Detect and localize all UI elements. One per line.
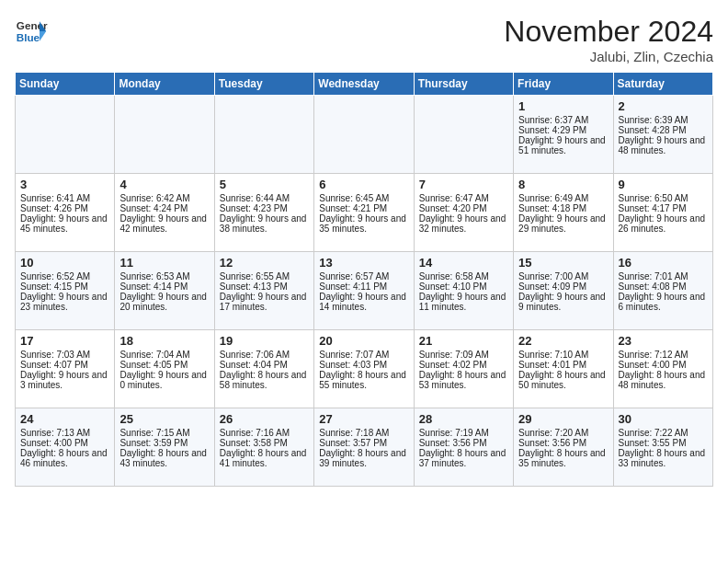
calendar-cell: 22Sunrise: 7:10 AMSunset: 4:01 PMDayligh… [514, 330, 613, 408]
day-number: 21 [419, 334, 508, 348]
day-number: 29 [518, 412, 608, 426]
calendar-cell: 25Sunrise: 7:15 AMSunset: 3:59 PMDayligh… [115, 408, 214, 487]
day-info: Daylight: 9 hours and 51 minutes. [518, 135, 608, 155]
page-header: General Blue November 2024 Jalubi, Zlin,… [15, 15, 713, 64]
day-info: Sunrise: 7:16 AM [220, 428, 309, 438]
calendar-week-row: 17Sunrise: 7:03 AMSunset: 4:07 PMDayligh… [16, 330, 713, 408]
day-info: Sunrise: 7:15 AM [119, 428, 209, 438]
day-info: Sunrise: 6:58 AM [419, 271, 508, 282]
calendar-week-row: 3Sunrise: 6:41 AMSunset: 4:26 PMDaylight… [16, 174, 713, 252]
day-info: Sunset: 4:08 PM [619, 282, 708, 292]
day-number: 15 [518, 256, 608, 270]
calendar-cell: 24Sunrise: 7:13 AMSunset: 4:00 PMDayligh… [16, 408, 115, 487]
day-number: 6 [319, 178, 408, 191]
calendar-cell: 8Sunrise: 6:49 AMSunset: 4:18 PMDaylight… [514, 174, 613, 252]
svg-marker-3 [40, 31, 46, 41]
day-info: Sunrise: 7:13 AM [20, 428, 109, 438]
day-info: Daylight: 9 hours and 17 minutes. [220, 292, 309, 312]
day-info: Daylight: 9 hours and 48 minutes. [619, 135, 708, 155]
day-info: Sunrise: 6:41 AM [20, 193, 109, 203]
day-info: Daylight: 9 hours and 23 minutes. [20, 292, 109, 312]
calendar-cell: 10Sunrise: 6:52 AMSunset: 4:15 PMDayligh… [16, 252, 115, 330]
day-info: Sunrise: 7:00 AM [518, 271, 608, 282]
day-number: 24 [20, 412, 109, 426]
calendar-cell: 3Sunrise: 6:41 AMSunset: 4:26 PMDaylight… [16, 174, 115, 252]
day-info: Daylight: 9 hours and 11 minutes. [419, 292, 508, 312]
day-info: Sunrise: 7:03 AM [20, 350, 109, 360]
calendar-cell: 19Sunrise: 7:06 AMSunset: 4:04 PMDayligh… [214, 330, 313, 408]
day-info: Sunrise: 7:22 AM [619, 428, 708, 438]
day-info: Sunset: 4:09 PM [518, 282, 608, 292]
day-number: 8 [518, 178, 608, 191]
day-info: Daylight: 8 hours and 50 minutes. [518, 370, 608, 390]
day-info: Sunset: 4:23 PM [220, 203, 309, 213]
day-info: Sunset: 4:01 PM [518, 360, 608, 370]
day-number: 3 [20, 178, 109, 191]
calendar-cell: 4Sunrise: 6:42 AMSunset: 4:24 PMDaylight… [115, 174, 214, 252]
day-number: 11 [119, 256, 209, 270]
day-info: Daylight: 8 hours and 37 minutes. [419, 448, 508, 468]
day-info: Sunset: 4:02 PM [419, 360, 508, 370]
day-info: Sunrise: 6:52 AM [20, 271, 109, 282]
day-info: Daylight: 8 hours and 58 minutes. [220, 370, 309, 390]
calendar-cell: 21Sunrise: 7:09 AMSunset: 4:02 PMDayligh… [414, 330, 513, 408]
logo-icon: General Blue [15, 15, 48, 48]
day-number: 18 [119, 334, 209, 348]
day-info: Daylight: 8 hours and 43 minutes. [119, 448, 209, 468]
day-info: Sunset: 3:56 PM [518, 438, 608, 448]
day-number: 23 [619, 334, 708, 348]
day-number: 26 [220, 412, 309, 426]
day-info: Sunset: 3:57 PM [319, 438, 408, 448]
day-info: Daylight: 8 hours and 53 minutes. [419, 370, 508, 390]
day-info: Sunrise: 7:19 AM [419, 428, 508, 438]
day-info: Sunrise: 6:47 AM [419, 193, 508, 203]
calendar-cell: 29Sunrise: 7:20 AMSunset: 3:56 PMDayligh… [514, 408, 613, 487]
day-info: Sunrise: 6:45 AM [319, 193, 408, 203]
day-info: Daylight: 9 hours and 3 minutes. [20, 370, 109, 390]
calendar-cell: 23Sunrise: 7:12 AMSunset: 4:00 PMDayligh… [613, 330, 712, 408]
day-number: 7 [419, 178, 508, 191]
day-number: 14 [419, 256, 508, 270]
day-number: 12 [220, 256, 309, 270]
calendar-cell: 5Sunrise: 6:44 AMSunset: 4:23 PMDaylight… [214, 174, 313, 252]
calendar-cell [16, 96, 115, 174]
day-info: Sunset: 4:17 PM [619, 203, 708, 213]
calendar-cell [414, 96, 513, 174]
day-info: Sunset: 4:13 PM [220, 282, 309, 292]
day-number: 28 [419, 412, 508, 426]
day-info: Sunrise: 6:50 AM [619, 193, 708, 203]
weekday-header-row: SundayMondayTuesdayWednesdayThursdayFrid… [16, 73, 713, 96]
day-info: Sunset: 3:56 PM [419, 438, 508, 448]
day-number: 1 [518, 99, 608, 113]
day-number: 10 [20, 256, 109, 270]
day-info: Sunrise: 6:37 AM [518, 115, 608, 125]
day-number: 22 [518, 334, 608, 348]
day-number: 19 [220, 334, 309, 348]
calendar-cell: 7Sunrise: 6:47 AMSunset: 4:20 PMDaylight… [414, 174, 513, 252]
weekday-header-cell: Monday [115, 73, 214, 96]
weekday-header-cell: Sunday [16, 73, 115, 96]
day-info: Sunrise: 7:04 AM [119, 350, 209, 360]
day-info: Sunset: 4:29 PM [518, 125, 608, 135]
day-info: Daylight: 8 hours and 48 minutes. [619, 370, 708, 390]
location: Jalubi, Zlin, Czechia [504, 49, 713, 64]
day-info: Sunrise: 7:06 AM [220, 350, 309, 360]
calendar-cell: 28Sunrise: 7:19 AMSunset: 3:56 PMDayligh… [414, 408, 513, 487]
day-info: Sunrise: 7:18 AM [319, 428, 408, 438]
day-info: Daylight: 9 hours and 0 minutes. [119, 370, 209, 390]
day-info: Sunset: 3:55 PM [619, 438, 708, 448]
day-info: Sunset: 4:18 PM [518, 203, 608, 213]
day-info: Sunrise: 7:01 AM [619, 271, 708, 282]
day-info: Daylight: 8 hours and 33 minutes. [619, 448, 708, 468]
day-info: Sunset: 4:20 PM [419, 203, 508, 213]
day-info: Sunset: 4:15 PM [20, 282, 109, 292]
calendar-cell: 20Sunrise: 7:07 AMSunset: 4:03 PMDayligh… [314, 330, 414, 408]
day-info: Sunset: 4:00 PM [20, 438, 109, 448]
day-info: Sunrise: 7:12 AM [619, 350, 708, 360]
calendar-cell [314, 96, 414, 174]
day-info: Daylight: 9 hours and 45 minutes. [20, 213, 109, 234]
day-info: Sunset: 4:05 PM [119, 360, 209, 370]
calendar-cell: 26Sunrise: 7:16 AMSunset: 3:58 PMDayligh… [214, 408, 313, 487]
day-info: Sunrise: 7:10 AM [518, 350, 608, 360]
calendar-cell: 16Sunrise: 7:01 AMSunset: 4:08 PMDayligh… [613, 252, 712, 330]
